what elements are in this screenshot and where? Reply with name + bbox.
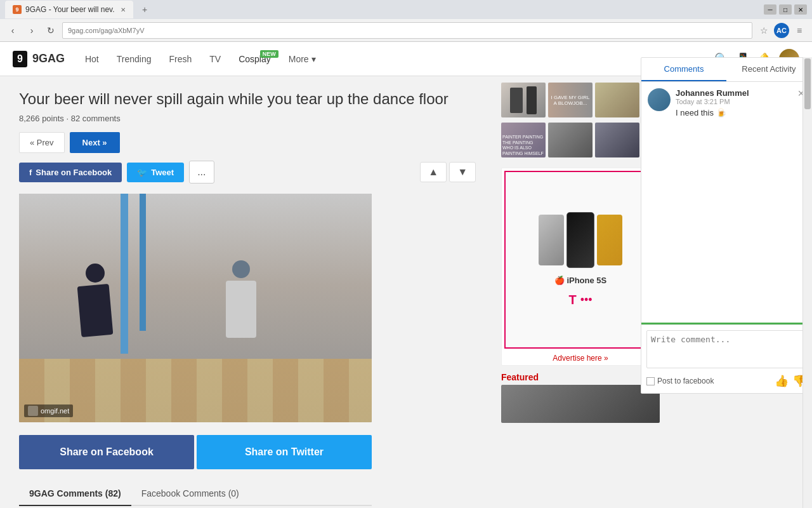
- related-thumb-3[interactable]: [595, 83, 639, 117]
- comments-tabs: 9GAG Comments (82) Facebook Comments (0): [19, 482, 372, 506]
- nav-hot[interactable]: Hot: [77, 49, 107, 69]
- post-to-facebook: Post to facebook: [646, 377, 714, 385]
- ad-content: 🍎 iPhone 5S T •••: [504, 171, 657, 349]
- comment-author: Johannes Rummel: [676, 88, 792, 98]
- comment-input-area: Post to facebook 👍 👎: [641, 324, 811, 393]
- logo-area: 9 9GAG: [13, 51, 65, 67]
- advertise-link[interactable]: Advertise here »: [553, 354, 608, 363]
- user-account-icon[interactable]: AC: [774, 23, 789, 38]
- downvote-button[interactable]: ▼: [449, 162, 476, 182]
- facebook-icon: f: [29, 168, 32, 177]
- featured-image: [501, 385, 660, 423]
- menu-icon[interactable]: ≡: [792, 23, 807, 38]
- related-thumb-6[interactable]: [595, 123, 639, 157]
- next-button[interactable]: Next »: [70, 132, 120, 153]
- comment-item: Johannes Rummel Today at 3:21 PM I need …: [641, 82, 811, 124]
- nav-trending[interactable]: Trending: [109, 49, 159, 69]
- forward-button[interactable]: ›: [24, 23, 39, 38]
- page-scrollbar[interactable]: [802, 57, 812, 508]
- related-thumb-4[interactable]: PAINTER PAINTING THE PAINTING WHO IS ALS…: [501, 123, 546, 157]
- back-button[interactable]: ‹: [5, 23, 20, 38]
- post-to-facebook-checkbox[interactable]: [646, 377, 655, 385]
- big-facebook-share-button[interactable]: Share on Facebook: [19, 435, 194, 469]
- comment-text: I need this 🍺: [676, 108, 792, 117]
- comments-panel-tabs: Comments Recent Activity: [641, 58, 811, 82]
- maximize-button[interactable]: □: [779, 4, 792, 15]
- more-share-button[interactable]: ...: [189, 161, 214, 184]
- comments-count: 82 comments: [71, 114, 121, 123]
- panel-tab-recent[interactable]: Recent Activity: [726, 58, 811, 81]
- big-twitter-share-button[interactable]: Share on Twitter: [197, 435, 372, 469]
- comment-time: Today at 3:21 PM: [676, 98, 792, 105]
- logo-icon: 9: [13, 51, 27, 67]
- tab-facebook-comments[interactable]: Facebook Comments (0): [131, 482, 249, 505]
- post-title: Your beer will never spill again while y…: [19, 89, 476, 109]
- vote-buttons: ▲ ▼: [420, 162, 476, 182]
- post-nav: « Prev Next »: [19, 132, 476, 153]
- browser-tab[interactable]: 9 9GAG - Your beer will nev... ✕: [5, 1, 133, 18]
- nav-fresh[interactable]: Fresh: [161, 49, 199, 69]
- comment-avatar: [648, 88, 671, 111]
- related-thumb-1[interactable]: [501, 83, 546, 117]
- nav-tv[interactable]: TV: [202, 49, 228, 69]
- comments-panel: Comments Recent Activity Johannes Rummel…: [641, 57, 812, 394]
- url-text: 9gag.com/gag/aXbM7yV: [68, 27, 144, 34]
- address-bar[interactable]: 9gag.com/gag/aXbM7yV: [62, 22, 752, 39]
- twitter-tweet-button[interactable]: 🐦 Tweet: [127, 163, 184, 182]
- comment-actions: Post to facebook 👍 👎: [646, 374, 806, 388]
- related-thumb-5[interactable]: [548, 123, 593, 157]
- upvote-button[interactable]: ▲: [420, 162, 447, 182]
- new-tab-button[interactable]: +: [136, 1, 154, 18]
- scrollbar-thumb[interactable]: [804, 58, 811, 109]
- facebook-share-button[interactable]: f Share on Facebook: [19, 163, 122, 182]
- tab-favicon: 9: [13, 5, 22, 14]
- ad-area: 🍎 iPhone 5S T ••• Advertise here »: [501, 168, 660, 366]
- tab-title: 9GAG - Your beer will nev...: [25, 5, 114, 14]
- gif-watermark: omgif.net: [24, 404, 73, 417]
- omgif-icon: [28, 406, 38, 416]
- minimize-button[interactable]: ─: [764, 4, 776, 15]
- comment-upvote-icon[interactable]: 👍: [775, 374, 789, 388]
- refresh-button[interactable]: ↻: [43, 23, 58, 38]
- post-image: omgif.net: [19, 194, 372, 422]
- share-bar: f Share on Facebook 🐦 Tweet ... ▲ ▼: [19, 161, 476, 184]
- panel-tab-comments[interactable]: Comments: [641, 58, 726, 81]
- comment-input[interactable]: [646, 330, 806, 368]
- comment-vote-icons: 👍 👎: [775, 374, 806, 388]
- big-share-row: Share on Facebook Share on Twitter: [19, 435, 372, 469]
- post-to-facebook-label: Post to facebook: [657, 377, 714, 385]
- content-area: Your beer will never spill again while y…: [0, 76, 495, 508]
- comment-spacer: [641, 124, 811, 323]
- nav-cosplay[interactable]: Cosplay NEW: [231, 49, 278, 69]
- nav-more[interactable]: More ▾: [281, 49, 324, 69]
- new-badge: NEW: [260, 50, 278, 58]
- close-button[interactable]: ✕: [794, 4, 807, 15]
- tab-9gag-comments[interactable]: 9GAG Comments (82): [19, 482, 131, 506]
- related-thumb-2[interactable]: I GAVE MY GIRL A BLOWJOB...: [548, 83, 593, 117]
- bookmark-icon[interactable]: ☆: [756, 23, 771, 38]
- points: 8,266 points: [19, 114, 64, 123]
- prev-button[interactable]: « Prev: [19, 132, 65, 153]
- tab-close-icon[interactable]: ✕: [121, 6, 126, 13]
- post-meta: 8,266 points · 82 comments: [19, 114, 476, 123]
- logo-text: 9GAG: [32, 52, 65, 65]
- nav-links: Hot Trending Fresh TV Cosplay NEW More ▾: [77, 49, 324, 69]
- twitter-icon: 🐦: [137, 168, 147, 177]
- comment-content: Johannes Rummel Today at 3:21 PM I need …: [676, 88, 792, 117]
